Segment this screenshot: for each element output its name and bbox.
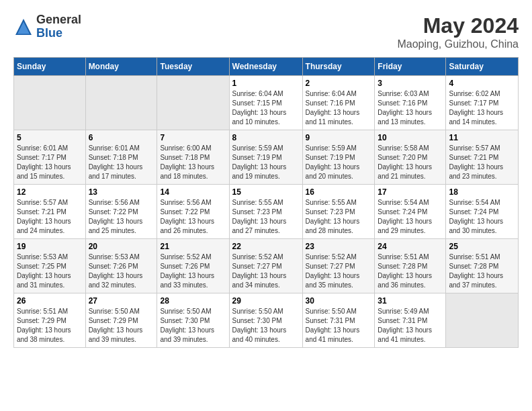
day-info: Sunrise: 5:50 AM Sunset: 7:31 PM Dayligh…	[306, 307, 372, 345]
day-number: 4	[449, 79, 515, 88]
day-info: Sunrise: 5:52 AM Sunset: 7:26 PM Dayligh…	[160, 253, 226, 290]
day-number: 31	[378, 296, 443, 306]
day-info: Sunrise: 5:57 AM Sunset: 7:21 PM Dayligh…	[449, 144, 515, 181]
day-info: Sunrise: 6:01 AM Sunset: 7:17 PM Dayligh…	[17, 144, 83, 181]
calendar-cell: 13Sunrise: 5:56 AM Sunset: 7:22 PM Dayli…	[85, 185, 157, 239]
calendar-cell: 12Sunrise: 5:57 AM Sunset: 7:21 PM Dayli…	[14, 185, 86, 239]
day-number: 25	[449, 242, 515, 251]
calendar-cell: 29Sunrise: 5:50 AM Sunset: 7:30 PM Dayli…	[229, 293, 302, 348]
calendar-cell: 28Sunrise: 5:50 AM Sunset: 7:30 PM Dayli…	[157, 293, 229, 348]
day-number: 30	[306, 296, 372, 306]
calendar-cell: 23Sunrise: 5:52 AM Sunset: 7:27 PM Dayli…	[302, 239, 375, 293]
day-info: Sunrise: 5:55 AM Sunset: 7:23 PM Dayligh…	[232, 198, 300, 236]
day-info: Sunrise: 5:59 AM Sunset: 7:19 PM Dayligh…	[232, 144, 300, 181]
day-number: 21	[160, 242, 226, 251]
calendar-cell: 27Sunrise: 5:50 AM Sunset: 7:29 PM Dayli…	[85, 293, 157, 348]
col-header-friday: Friday	[375, 58, 446, 76]
day-number: 27	[89, 296, 154, 306]
day-info: Sunrise: 5:50 AM Sunset: 7:29 PM Dayligh…	[89, 307, 154, 345]
calendar-week-row: 26Sunrise: 5:51 AM Sunset: 7:29 PM Dayli…	[14, 293, 519, 348]
calendar-cell: 15Sunrise: 5:55 AM Sunset: 7:23 PM Dayli…	[229, 185, 302, 239]
day-info: Sunrise: 5:51 AM Sunset: 7:28 PM Dayligh…	[449, 253, 515, 290]
calendar-cell: 14Sunrise: 5:56 AM Sunset: 7:22 PM Dayli…	[157, 185, 229, 239]
day-info: Sunrise: 5:50 AM Sunset: 7:30 PM Dayligh…	[232, 307, 300, 345]
calendar-cell	[85, 76, 157, 130]
day-info: Sunrise: 6:01 AM Sunset: 7:18 PM Dayligh…	[89, 144, 154, 181]
col-header-monday: Monday	[85, 58, 157, 76]
day-info: Sunrise: 5:50 AM Sunset: 7:30 PM Dayligh…	[160, 307, 226, 345]
calendar-week-row: 1Sunrise: 6:04 AM Sunset: 7:15 PM Daylig…	[14, 76, 519, 130]
calendar-cell: 24Sunrise: 5:51 AM Sunset: 7:28 PM Dayli…	[375, 239, 446, 293]
calendar-cell: 2Sunrise: 6:04 AM Sunset: 7:16 PM Daylig…	[302, 76, 375, 130]
day-info: Sunrise: 6:04 AM Sunset: 7:16 PM Dayligh…	[306, 89, 372, 127]
page-subtitle: Maoping, Guizhou, China	[397, 38, 519, 50]
day-info: Sunrise: 5:51 AM Sunset: 7:29 PM Dayligh…	[17, 307, 83, 345]
day-number: 8	[232, 133, 300, 142]
page-header: General Blue May 2024 Maoping, Guizhou, …	[13, 13, 519, 50]
day-number: 15	[232, 187, 300, 197]
calendar-cell	[446, 293, 519, 348]
calendar-week-row: 19Sunrise: 5:53 AM Sunset: 7:25 PM Dayli…	[14, 239, 519, 293]
day-info: Sunrise: 6:04 AM Sunset: 7:15 PM Dayligh…	[232, 89, 300, 127]
col-header-thursday: Thursday	[302, 58, 375, 76]
day-number: 14	[160, 187, 226, 197]
day-number: 19	[17, 242, 83, 251]
day-info: Sunrise: 5:54 AM Sunset: 7:24 PM Dayligh…	[449, 198, 515, 236]
calendar-cell: 11Sunrise: 5:57 AM Sunset: 7:21 PM Dayli…	[446, 130, 519, 185]
day-number: 20	[89, 242, 154, 251]
day-info: Sunrise: 6:00 AM Sunset: 7:18 PM Dayligh…	[160, 144, 226, 181]
page-title: May 2024	[397, 13, 519, 38]
day-info: Sunrise: 5:56 AM Sunset: 7:22 PM Dayligh…	[89, 198, 154, 236]
calendar-cell	[157, 76, 229, 130]
calendar-cell: 19Sunrise: 5:53 AM Sunset: 7:25 PM Dayli…	[14, 239, 86, 293]
day-number: 1	[232, 79, 300, 88]
day-info: Sunrise: 5:52 AM Sunset: 7:27 PM Dayligh…	[306, 253, 372, 290]
day-number: 5	[17, 133, 83, 142]
day-number: 7	[160, 133, 226, 142]
day-number: 28	[160, 296, 226, 306]
calendar-cell: 21Sunrise: 5:52 AM Sunset: 7:26 PM Dayli…	[157, 239, 229, 293]
calendar-cell: 31Sunrise: 5:49 AM Sunset: 7:31 PM Dayli…	[375, 293, 446, 348]
calendar-cell: 16Sunrise: 5:55 AM Sunset: 7:23 PM Dayli…	[302, 185, 375, 239]
day-info: Sunrise: 5:59 AM Sunset: 7:19 PM Dayligh…	[306, 144, 372, 181]
calendar-cell: 18Sunrise: 5:54 AM Sunset: 7:24 PM Dayli…	[446, 185, 519, 239]
calendar-week-row: 5Sunrise: 6:01 AM Sunset: 7:17 PM Daylig…	[14, 130, 519, 185]
day-number: 29	[232, 296, 300, 306]
day-number: 23	[306, 242, 372, 251]
logo-icon	[13, 17, 34, 37]
day-info: Sunrise: 6:02 AM Sunset: 7:17 PM Dayligh…	[449, 89, 515, 127]
day-info: Sunrise: 5:55 AM Sunset: 7:23 PM Dayligh…	[306, 198, 372, 236]
day-info: Sunrise: 6:03 AM Sunset: 7:16 PM Dayligh…	[378, 89, 443, 127]
day-info: Sunrise: 5:54 AM Sunset: 7:24 PM Dayligh…	[378, 198, 443, 236]
day-number: 18	[449, 187, 515, 197]
day-number: 26	[17, 296, 83, 306]
calendar-cell: 7Sunrise: 6:00 AM Sunset: 7:18 PM Daylig…	[157, 130, 229, 185]
calendar-cell: 26Sunrise: 5:51 AM Sunset: 7:29 PM Dayli…	[14, 293, 86, 348]
calendar-cell: 10Sunrise: 5:58 AM Sunset: 7:20 PM Dayli…	[375, 130, 446, 185]
calendar-table: SundayMondayTuesdayWednesdayThursdayFrid…	[13, 57, 519, 348]
calendar-cell: 20Sunrise: 5:53 AM Sunset: 7:26 PM Dayli…	[85, 239, 157, 293]
day-number: 17	[378, 187, 443, 197]
calendar-cell: 3Sunrise: 6:03 AM Sunset: 7:16 PM Daylig…	[375, 76, 446, 130]
calendar-cell: 17Sunrise: 5:54 AM Sunset: 7:24 PM Dayli…	[375, 185, 446, 239]
day-number: 13	[89, 187, 154, 197]
calendar-cell: 22Sunrise: 5:52 AM Sunset: 7:27 PM Dayli…	[229, 239, 302, 293]
col-header-tuesday: Tuesday	[157, 58, 229, 76]
day-number: 9	[306, 133, 372, 142]
calendar-cell: 6Sunrise: 6:01 AM Sunset: 7:18 PM Daylig…	[85, 130, 157, 185]
calendar-cell: 1Sunrise: 6:04 AM Sunset: 7:15 PM Daylig…	[229, 76, 302, 130]
calendar-week-row: 12Sunrise: 5:57 AM Sunset: 7:21 PM Dayli…	[14, 185, 519, 239]
calendar-cell: 30Sunrise: 5:50 AM Sunset: 7:31 PM Dayli…	[302, 293, 375, 348]
day-number: 22	[232, 242, 300, 251]
logo-blue-text: Blue	[36, 27, 81, 40]
header-row: SundayMondayTuesdayWednesdayThursdayFrid…	[14, 58, 519, 76]
day-info: Sunrise: 5:49 AM Sunset: 7:31 PM Dayligh…	[378, 307, 443, 345]
day-number: 16	[306, 187, 372, 197]
day-number: 12	[17, 187, 83, 197]
logo: General Blue	[13, 13, 81, 40]
day-number: 2	[306, 79, 372, 88]
day-info: Sunrise: 5:58 AM Sunset: 7:20 PM Dayligh…	[378, 144, 443, 181]
day-number: 6	[89, 133, 154, 142]
calendar-cell: 8Sunrise: 5:59 AM Sunset: 7:19 PM Daylig…	[229, 130, 302, 185]
day-number: 24	[378, 242, 443, 251]
